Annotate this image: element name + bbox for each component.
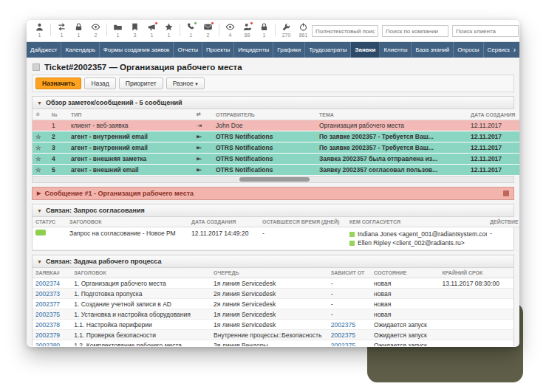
nav-item-tickets[interactable]: Заявки (351, 42, 380, 58)
star-icon[interactable]: ☆ (33, 142, 49, 154)
depends-link[interactable]: 2002375 (328, 340, 371, 347)
depends-link[interactable]: - (328, 299, 371, 309)
message-row[interactable]: 1 клиент - веб-заявка ⇥ John Doe Организ… (33, 120, 519, 131)
client-search-input[interactable] (452, 25, 519, 37)
agent-tickets-icon[interactable]: 1 (31, 22, 48, 38)
created-column-header[interactable]: ДАТА СОЗДАНИЯ (468, 109, 519, 120)
star-icon[interactable] (33, 120, 49, 131)
ticket-link[interactable]: 2002378 (33, 320, 71, 330)
workflow-row[interactable]: 2002377 1. Создание учетной записи в AD … (33, 299, 513, 309)
depends-link[interactable]: - (328, 278, 371, 289)
subject-column-header[interactable]: ТЕМА (316, 109, 468, 120)
responsible-person-icon[interactable]: 88 (239, 22, 256, 38)
message-row[interactable]: ☆ 3 агент - внутренний email ⇤ OTRS Noti… (33, 142, 519, 154)
ticket-link[interactable]: 2002380 (33, 340, 71, 347)
nav-item-digest[interactable]: Дайджест (27, 42, 61, 58)
back-button[interactable]: Назад (84, 78, 115, 89)
toolbar-separator (219, 24, 219, 36)
workflow-row[interactable]: 2002380 1.2. Комплектование рабочего мес… (33, 340, 513, 347)
nav-item-calendar[interactable]: Календарь (61, 42, 99, 58)
folder-icon[interactable]: 1 (109, 22, 126, 38)
phone-icon[interactable]: 1 (182, 22, 199, 38)
workflow-row[interactable]: 2002375 1. Установка и настройка оборудо… (33, 309, 513, 320)
message-row[interactable]: ☆ 4 агент - внешняя заметка ⇤ OTRS Notif… (33, 154, 519, 165)
workflow-row[interactable]: 2002374 1. Организация рабочего места 1я… (33, 278, 513, 289)
my-locks-icon[interactable]: 1 (256, 22, 273, 38)
deadline-column-header[interactable]: КРАЙНИЙ СРОК (440, 268, 514, 278)
approver-column-header[interactable]: КЕМ СОГЛАСУЕТСЯ (347, 217, 487, 227)
status-column-header[interactable]: СТАТУС (33, 217, 66, 227)
depends-link[interactable]: - (328, 309, 371, 320)
nav-item-ticket-forms[interactable]: Формы создания заявок (100, 42, 174, 58)
action-column-header[interactable]: ДЕЙСТВИЕ (487, 217, 519, 227)
nav-item-knowledge-base[interactable]: База знаний (412, 42, 454, 58)
depends-link[interactable]: - (328, 289, 371, 299)
nav-item-projects[interactable]: Проекты (202, 42, 234, 58)
depends-column-header[interactable]: ЗАВИСИТ ОТ (328, 268, 371, 278)
star-column-header[interactable]: ☆ (33, 109, 49, 120)
bookmark-icon[interactable]: 3 (126, 22, 143, 38)
wrench-count: 270 (282, 32, 291, 38)
approval-row[interactable]: Запрос на согласование - Новое РМ 12.11.… (33, 227, 519, 250)
workflow-widget-header[interactable]: ▼ Связан: Задача рабочего процесса (33, 255, 513, 268)
horizontal-scrollbar[interactable] (33, 176, 513, 182)
created-column-header[interactable]: ДАТА СОЗДАНИЯ (188, 217, 259, 227)
star-icon[interactable]: ☆ (33, 165, 49, 176)
lock-icon[interactable]: 1 (70, 22, 87, 38)
message-row[interactable]: ☆ 2 агент - внутренний email ⇤ OTRS Noti… (33, 131, 519, 142)
nav-more-arrow[interactable]: › (510, 42, 519, 58)
chevron-down-icon[interactable]: ▼ (37, 259, 42, 264)
ticket-link[interactable]: 2002374 (33, 278, 71, 289)
star-icon[interactable]: ☆ (33, 154, 49, 165)
message-panel-header[interactable]: ▶ Сообщение #1 - Организация рабочего ме… (32, 187, 514, 200)
direction-column-header[interactable]: ⇄ (194, 109, 213, 120)
company-search-input[interactable] (382, 25, 448, 37)
nav-item-customers[interactable]: Клиенты (380, 42, 412, 58)
nav-item-reports[interactable]: Отчеты (174, 42, 202, 58)
chevron-down-icon[interactable]: ▼ (37, 208, 42, 213)
message-row[interactable]: ☆ 5 агент - внешний email ⇤ OTRS Notific… (33, 165, 519, 176)
nav-item-surveys[interactable]: Опросы (454, 42, 483, 58)
workflow-row[interactable]: 2002378 1.1. Настройка периферии 1я лини… (33, 320, 513, 330)
mail-icon[interactable]: 2 (199, 22, 216, 38)
scrollbar-thumb[interactable] (239, 177, 310, 182)
approval-widget-header[interactable]: ▼ Связан: Запрос согласования (33, 204, 513, 217)
sender-column-header[interactable]: ОТПРАВИТЕЛЬ (213, 109, 316, 120)
state-column-header[interactable]: СОСТОЯНИЕ (371, 268, 439, 278)
depends-link[interactable]: 2002375 (328, 320, 371, 330)
chevron-right-icon[interactable]: ▶ (37, 190, 41, 196)
messages-widget-header[interactable]: ▼ Обзор заметок/сообщений - 5 сообщений (33, 97, 513, 109)
nav-item-timesheets[interactable]: Трудозатраты (305, 42, 351, 58)
num-column-header[interactable]: № (49, 109, 68, 120)
fulltext-search-input[interactable] (312, 25, 378, 37)
power-icon[interactable]: 861 (295, 22, 312, 38)
nav-item-incidents[interactable]: Инциденты (234, 42, 273, 58)
workflow-row[interactable]: 2002379 1.1. Проверка безопасности Внутр… (33, 330, 513, 340)
task-state: новая (371, 309, 439, 320)
star-icon[interactable]: 1 (160, 22, 177, 38)
ticket-link[interactable]: 2002375 (33, 309, 71, 320)
workflow-row[interactable]: 2002373 1. Подготовка пропуска 2я линия … (33, 289, 513, 299)
ticket-column-header[interactable]: ЗАЯВКА# (33, 268, 71, 278)
ticket-link[interactable]: 2002379 (33, 330, 71, 340)
type-column-header[interactable]: ТИП (68, 109, 194, 120)
star-icon[interactable]: ☆ (33, 131, 49, 142)
depends-link[interactable]: 2002375 (328, 330, 371, 340)
assign-button[interactable]: Назначить (35, 78, 81, 89)
megaphone-icon[interactable]: 1 (143, 22, 160, 38)
priority-button[interactable]: Приоритет (119, 78, 163, 89)
ticket-link[interactable]: 2002377 (33, 299, 71, 309)
nav-item-charts[interactable]: Графики (273, 42, 305, 58)
views-eye-icon[interactable]: 4 (222, 22, 239, 38)
eye-icon[interactable]: 2 (87, 22, 104, 38)
panel-menu-icon[interactable] (503, 190, 509, 196)
wrench-icon[interactable]: 270 (278, 22, 295, 38)
remaining-column-header[interactable]: ОСТАВШЕЕСЯ ВРЕМЯ (ДНЕЙ) (259, 217, 347, 227)
misc-dropdown-button[interactable]: Разное ▾ (166, 78, 205, 89)
queue-column-header[interactable]: ОЧЕРЕДЬ (211, 268, 328, 278)
title-column-header[interactable]: ЗАГОЛОВОК (71, 268, 211, 278)
ticket-link[interactable]: 2002373 (33, 289, 71, 299)
swap-icon[interactable]: 1 (53, 22, 70, 38)
title-column-header[interactable]: ЗАГОЛОВОК (66, 217, 188, 227)
chevron-down-icon[interactable]: ▼ (37, 100, 42, 106)
